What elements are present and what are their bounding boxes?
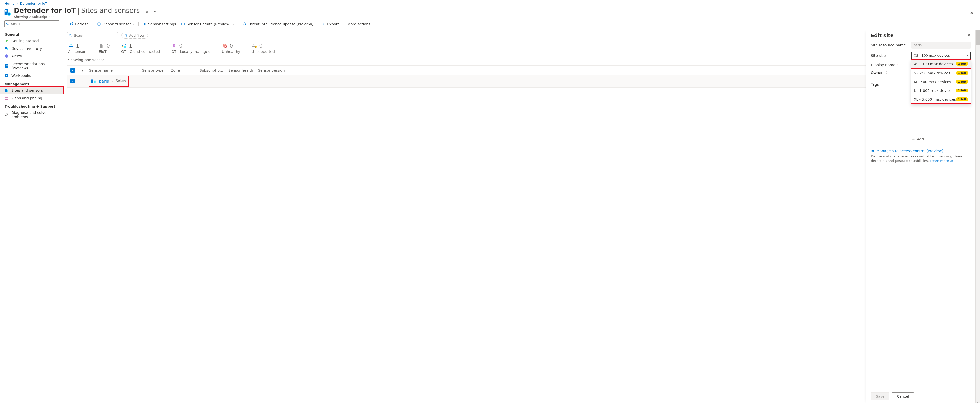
option-xl[interactable]: XL - 5,000 max devices 1 left [911, 95, 971, 104]
stat-eiot[interactable]: 0 EIoT [99, 43, 110, 54]
scrollbar[interactable]: ▴ ▾ [975, 30, 980, 403]
col-sensor-type[interactable]: Sensor type [140, 68, 169, 72]
cancel-button[interactable]: Cancel [892, 392, 914, 400]
site-size-select[interactable]: XS - 100 max devices ▾ XS - 100 max devi… [912, 52, 971, 59]
col-subscription[interactable]: Subscription ... [197, 68, 226, 72]
plus-circle-icon [97, 22, 101, 26]
option-xs[interactable]: XS - 100 max devices 2 left [911, 60, 971, 69]
info-icon[interactable]: i [886, 71, 889, 74]
svg-point-31 [173, 44, 175, 46]
sidebar-item-recommendations[interactable]: Recommendations (Preview) [0, 60, 64, 72]
sidebar-item-getting-started[interactable]: Getting started [0, 37, 64, 44]
sidebar-item-device-inventory[interactable]: Device inventory [0, 44, 64, 52]
svg-rect-36 [91, 79, 94, 83]
expand-row-toggle[interactable]: › [78, 79, 87, 83]
sidebar-search-input[interactable] [10, 22, 57, 26]
option-l[interactable]: L - 1,000 max devices 1 left [911, 86, 971, 95]
tags-label: Tags [871, 83, 909, 87]
site-cell[interactable]: paris - Sales [89, 76, 129, 87]
owners-label: Owners i [871, 71, 909, 75]
shield-outline-icon [242, 22, 246, 26]
site-detail: Sales [116, 79, 126, 83]
svg-point-25 [69, 34, 71, 36]
rocket-icon [5, 39, 9, 43]
breadcrumb-defender[interactable]: Defender for IoT [20, 2, 47, 5]
collapse-sidebar-icon[interactable]: ‹‹ [61, 22, 62, 26]
sidebar-item-workbooks[interactable]: Workbooks [0, 72, 64, 79]
more-icon[interactable]: ⋯ [153, 9, 156, 14]
panel-title: Edit site [871, 33, 967, 38]
stat-ot-local[interactable]: 0 OT - Locally managed [171, 43, 211, 54]
sidebar-item-diagnose[interactable]: Diagnose and solve problems [0, 109, 64, 121]
chevron-down-icon: ▾ [133, 22, 134, 25]
grid-search[interactable] [67, 32, 118, 39]
breadcrumb-home[interactable]: Home [5, 2, 14, 5]
scroll-down-icon[interactable]: ▾ [976, 402, 980, 403]
svg-rect-29 [102, 46, 103, 48]
grid-search-input[interactable] [73, 33, 116, 38]
select-all-checkbox[interactable]: ✓ [70, 68, 75, 73]
scroll-thumb[interactable] [976, 30, 980, 46]
stat-ot-cloud[interactable]: 1 OT - Cloud connected [121, 43, 160, 54]
add-filter-button[interactable]: Add filter [121, 33, 148, 38]
panel-close-icon[interactable]: ✕ [967, 33, 971, 38]
chart-icon [5, 74, 9, 78]
more-actions-button[interactable]: More actions ▾ [345, 20, 377, 28]
pin-icon[interactable] [146, 9, 150, 13]
export-button[interactable]: Export [319, 20, 342, 28]
sensor-settings-button[interactable]: Sensor settings [140, 20, 178, 28]
row-checkbox[interactable]: ✓ [70, 79, 75, 83]
svg-rect-0 [5, 10, 8, 16]
remaining-badge: 2 left [956, 62, 969, 66]
site-icon [91, 78, 96, 84]
option-m[interactable]: M - 500 max devices 1 left [911, 78, 971, 86]
col-zone[interactable]: Zone [169, 68, 197, 72]
svg-rect-1 [5, 10, 6, 11]
sidebar-item-plans-pricing[interactable]: Plans and pricing [0, 94, 64, 102]
remaining-badge: 1 left [956, 71, 969, 75]
onboard-sensor-button[interactable]: Onboard sensor ▾ [94, 20, 137, 28]
panel-footer: Save Cancel [866, 390, 975, 403]
download-icon [322, 22, 326, 26]
add-tag-button[interactable]: ＋ Add [912, 137, 971, 142]
stat-unsupported[interactable]: !0 Unsupported [251, 43, 275, 54]
chevron-down-icon: ▾ [372, 22, 374, 25]
refresh-button[interactable]: Refresh [67, 20, 91, 28]
col-sensor-name[interactable]: Sensor name [87, 68, 140, 72]
col-health[interactable]: Sensor health [226, 68, 256, 72]
remaining-badge: 1 left [956, 89, 969, 92]
table-row[interactable]: ✓ › paris - Sales [67, 75, 866, 87]
sidebar-search[interactable] [4, 20, 59, 27]
people-icon [871, 149, 875, 153]
option-s[interactable]: S - 250 max devices 1 left [911, 69, 971, 78]
sidebar-item-alerts[interactable]: Alerts [0, 52, 64, 60]
stat-all-sensors[interactable]: 1 All sensors [68, 43, 88, 54]
manage-access-link[interactable]: Manage site access control (Preview) [871, 149, 971, 153]
sidebar: ‹‹ General Getting started Device invent… [0, 19, 64, 403]
save-button[interactable]: Save [871, 392, 889, 400]
learn-more-link[interactable]: Learn more [930, 159, 953, 163]
refresh-icon [70, 22, 73, 26]
section-troubleshoot: Troubleshooting + Support [0, 103, 64, 109]
stat-unhealthy[interactable]: 0 Unhealthy [222, 43, 240, 54]
sensor-icon [68, 43, 74, 49]
title-secondary: Sites and sensors [81, 7, 140, 14]
close-blade-icon[interactable]: ✕ [970, 10, 976, 16]
site-name-link[interactable]: paris [99, 79, 109, 84]
gear-icon [143, 22, 146, 26]
threat-update-button[interactable]: Threat intelligence update (Preview) ▾ [240, 20, 319, 28]
display-name-label: Display name* [871, 63, 909, 67]
filter-icon [125, 34, 128, 37]
section-general: General [0, 32, 64, 37]
sensor-update-button[interactable]: Sensor update (Preview) ▾ [178, 20, 237, 28]
site-size-label: Site size [871, 54, 909, 58]
expand-all-toggle[interactable]: ▾ [78, 68, 87, 72]
calendar-icon [5, 96, 9, 100]
col-version[interactable]: Sensor version [256, 68, 290, 72]
svg-rect-2 [6, 10, 7, 11]
svg-point-23 [144, 24, 145, 25]
sidebar-item-sites-sensors[interactable]: Sites and sensors [0, 87, 64, 94]
breadcrumb-sep: › [16, 2, 18, 5]
sites-icon [5, 88, 9, 92]
remaining-badge: 1 left [956, 97, 969, 101]
